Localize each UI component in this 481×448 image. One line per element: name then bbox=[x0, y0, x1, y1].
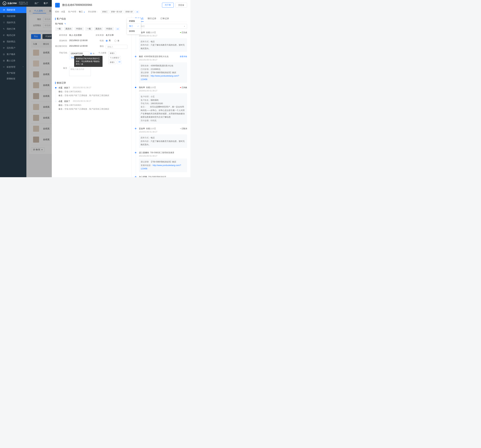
note-textarea[interactable] bbox=[69, 67, 91, 76]
customer-tag: 一般 bbox=[55, 27, 62, 31]
personal-tag: 标签1 bbox=[108, 61, 116, 64]
sidebar-icon: ⊞ bbox=[3, 40, 5, 43]
sidebar-item[interactable]: ⟳流失客户 bbox=[0, 45, 26, 51]
manager-select[interactable]: 张三 bbox=[79, 10, 83, 13]
deposit-button[interactable]: 交定金 bbox=[175, 3, 187, 8]
feed-item: 定金单创建人小王已取消2020/01/30 01:38:27跟单方式：电话跟单内… bbox=[135, 127, 187, 148]
place-order-button[interactable]: 代下单 bbox=[162, 3, 174, 8]
log-item: 小王更新了2021/01/30 01:38:27微信：空值-1367218282… bbox=[55, 86, 128, 97]
log-item: 小王更新了2021/01/30 01:38:27微信：空值-1367218282… bbox=[55, 100, 128, 110]
customer-tag: 高意向 bbox=[64, 27, 73, 31]
group-tag: 群聊六群 bbox=[124, 10, 134, 13]
sidebar-item[interactable]: ▽我的学员 bbox=[0, 19, 26, 26]
sidebar-icon: ⊡ bbox=[3, 53, 5, 55]
activity-filter-select[interactable]: 全部动态▼ bbox=[135, 24, 187, 29]
dropdown-item[interactable]: 俱保咏 bbox=[127, 29, 141, 34]
view-detail-link[interactable]: 查看详情 bbox=[180, 55, 187, 58]
chevron-icon: ⌃ bbox=[22, 66, 24, 68]
feed-item: 定金单创建人小王已完成2020/01/30 01:38:27跟单方式：电话跟单内… bbox=[135, 31, 187, 52]
sidebar-item[interactable]: ☰我的群聊 bbox=[0, 13, 26, 19]
more-tags[interactable]: +4 bbox=[115, 28, 120, 30]
logo-text: 云朵CRM bbox=[7, 2, 17, 5]
logo: ☁ 云朵CRM 教育机构一站式服务云平台 bbox=[3, 1, 28, 5]
drawer-title: 微信名称6789990000966 bbox=[62, 3, 92, 7]
sidebar-item[interactable]: ✂标签管理⌃ bbox=[0, 64, 26, 70]
personal-tag: 标签1 bbox=[108, 52, 116, 55]
more-groups[interactable]: +4 bbox=[135, 10, 139, 13]
sidebar-icon: ▽ bbox=[3, 21, 5, 24]
group-tag: 群聊一群大群 bbox=[110, 10, 123, 13]
topnav-item[interactable]: 客户 bbox=[44, 2, 48, 5]
sidebar-item[interactable]: ◔我的好友 bbox=[0, 7, 26, 13]
section-change-log: 修改记录 bbox=[57, 81, 66, 85]
group-tag: 群聊三 bbox=[101, 10, 109, 13]
feed-item: 报名单创建人小王已失败2020/01/30 01:38:27客户经理：小王客户姓… bbox=[135, 86, 187, 124]
logo-subtitle: 教育机构一站式服务云平台 bbox=[18, 2, 28, 5]
sidebar-icon: ◔ bbox=[3, 9, 5, 11]
sidebar-sub-item[interactable]: 群聊标签 bbox=[0, 76, 26, 82]
manager-dropdown: 师馨薇张三✓俱保咏 bbox=[127, 18, 141, 34]
sidebar-item[interactable]: ⊞我的商品 bbox=[0, 39, 26, 45]
sidebar-item[interactable]: ⊟删人记录 bbox=[0, 57, 26, 64]
sidebar-icon: ⊟ bbox=[3, 60, 5, 62]
customer-drawer: 👤 微信名称6789990000966 代下单 交定金 昵称：小王 客户经理：张… bbox=[52, 0, 190, 177]
activity-tab[interactable]: 聊天记录 bbox=[148, 16, 156, 22]
more-ptags[interactable]: +4 bbox=[117, 61, 122, 64]
lookup-icon[interactable]: ⊞ bbox=[90, 52, 92, 55]
topnav-item[interactable]: 推广 bbox=[35, 2, 39, 5]
customer-icon: 👤 bbox=[55, 3, 60, 8]
sidebar: ◔我的好友☰我的群聊▽我的学员✎我的订单✆电话记录⊞我的商品⟳流失客户⊡客户继承… bbox=[0, 7, 26, 177]
feed-item: 进入直播间759-59班第三期理财直播课2021/01/30 01:38:27通… bbox=[135, 151, 187, 172]
edit-icon[interactable]: ✎ bbox=[64, 23, 66, 25]
phone-tooltip: 查询到此手机号码在系统中已存在，可以将两条客户数据合并为一条 bbox=[74, 56, 103, 67]
sidebar-sub-item[interactable]: 客户标签 bbox=[0, 70, 26, 76]
logo-icon: ☁ bbox=[3, 1, 6, 5]
sidebar-icon: ☰ bbox=[3, 15, 5, 17]
feed-item: 购买4399理财课进阶课程大礼包查看详情2021/01/30 01:38:27课… bbox=[135, 55, 187, 83]
wechat-input[interactable] bbox=[106, 45, 128, 49]
sidebar-icon: ✎ bbox=[3, 28, 5, 30]
radio-female[interactable] bbox=[114, 40, 116, 42]
sidebar-item[interactable]: ✎我的订单 bbox=[0, 26, 26, 32]
radio-male[interactable] bbox=[106, 40, 108, 42]
tags-label: 客户标签 bbox=[55, 22, 63, 25]
sidebar-icon: ⟳ bbox=[3, 47, 5, 49]
sidebar-item[interactable]: ⊡客户继承 bbox=[0, 51, 26, 57]
customer-tag: 中意向 bbox=[105, 27, 114, 31]
feed-item: 加入群聊759-59班理财训练营2021/01/30 01:38:27入群方式：… bbox=[135, 176, 187, 177]
copy-icon[interactable]: ⧉ bbox=[93, 52, 94, 55]
sidebar-item[interactable]: ✆电话记录 bbox=[0, 32, 26, 39]
phone-input[interactable] bbox=[69, 52, 89, 55]
customer-tag: 高意向 bbox=[94, 27, 103, 31]
sidebar-icon: ✆ bbox=[3, 34, 5, 36]
section-customer-info: 客户信息 bbox=[57, 17, 66, 20]
dropdown-item[interactable]: 师馨薇 bbox=[127, 19, 141, 23]
personal-tag: 个人标签12 bbox=[108, 56, 121, 60]
dropdown-item[interactable]: 张三✓ bbox=[127, 23, 141, 29]
activity-tab[interactable]: 订单记录 bbox=[160, 16, 169, 22]
customer-tag: 中意向 bbox=[75, 27, 84, 31]
sidebar-icon: ✂ bbox=[3, 66, 5, 68]
customer-tag: 一般 bbox=[85, 27, 92, 31]
